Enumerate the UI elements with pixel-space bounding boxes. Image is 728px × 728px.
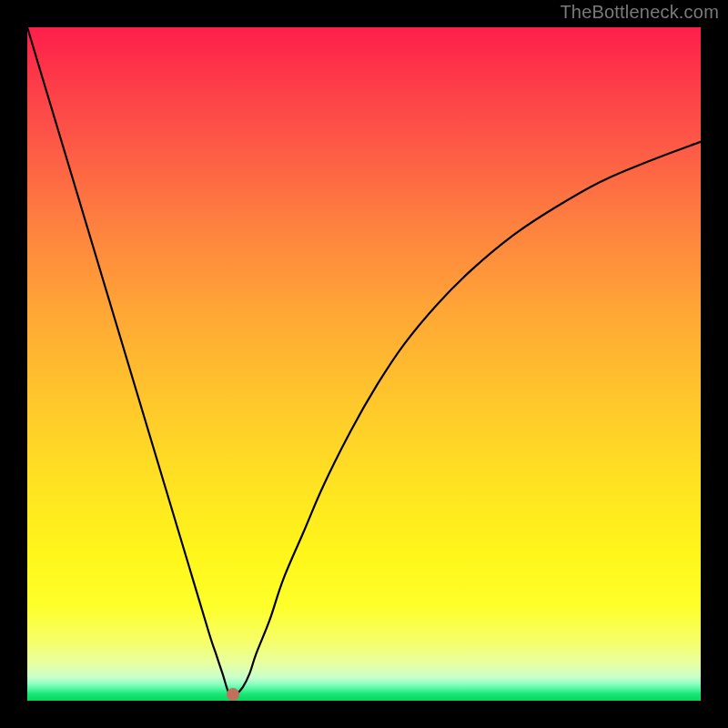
- bottleneck-curve: [27, 27, 701, 701]
- watermark-text: TheBottleneck.com: [560, 2, 719, 23]
- optimum-marker: [227, 688, 239, 701]
- chart-frame: TheBottleneck.com: [0, 0, 728, 728]
- plot-area: [27, 27, 701, 701]
